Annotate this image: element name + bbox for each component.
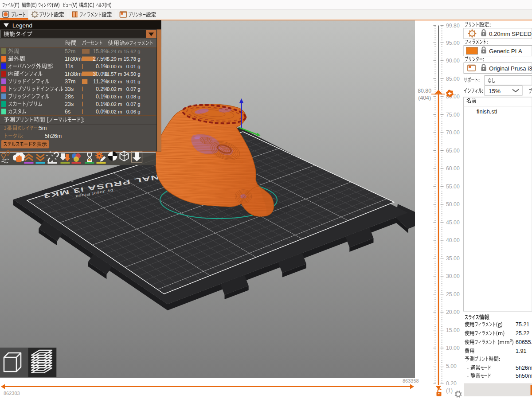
svg-text:15.78 g: 15.78 g: [123, 56, 140, 62]
svg-text:(404): (404): [418, 95, 431, 101]
svg-text:0.07 g: 0.07 g: [126, 102, 141, 107]
svg-text:0.02 m: 0.02 m: [107, 109, 122, 114]
svg-text:25.22: 25.22: [516, 330, 529, 336]
svg-text:0.20: 0.20: [446, 380, 457, 387]
svg-text:45.00: 45.00: [446, 219, 460, 226]
svg-text:25.00: 25.00: [446, 291, 460, 297]
svg-text:finish.stl: finish.stl: [477, 108, 497, 115]
svg-text:95.00: 95.00: [446, 40, 460, 46]
svg-text:Legend: Legend: [12, 22, 32, 29]
svg-text:5h50m: 5h50m: [516, 373, 532, 379]
svg-text:55.00: 55.00: [446, 184, 460, 190]
svg-text:0.03 m: 0.03 m: [107, 94, 122, 99]
svg-text:99.80: 99.80: [446, 23, 460, 29]
svg-text:1h38m: 1h38m: [65, 71, 82, 77]
svg-text:15.62 g: 15.62 g: [123, 49, 140, 54]
svg-text:70.00: 70.00: [446, 129, 460, 136]
svg-text:0.08 g: 0.08 g: [126, 94, 141, 99]
svg-text:1.91: 1.91: [516, 348, 526, 354]
svg-text:34.50 g: 34.50 g: [123, 71, 140, 77]
svg-text:15.8%: 15.8%: [93, 48, 108, 55]
svg-text:80.80: 80.80: [418, 88, 431, 94]
svg-text:15.00: 15.00: [446, 327, 460, 333]
svg-text:15%: 15%: [489, 88, 501, 94]
svg-text:0.20mm SPEED: 0.20mm SPEED: [489, 31, 532, 37]
svg-text:0.02 m: 0.02 m: [107, 102, 122, 107]
svg-text:5m: 5m: [39, 125, 47, 131]
svg-text:6s: 6s: [65, 109, 70, 115]
svg-text:20.00: 20.00: [446, 309, 460, 315]
svg-text:37m: 37m: [65, 78, 75, 85]
svg-text:3.02 m: 3.02 m: [107, 79, 122, 84]
svg-text:5.29 m: 5.29 m: [107, 56, 122, 62]
svg-text:(1): (1): [446, 387, 453, 394]
svg-text:50.00: 50.00: [446, 201, 460, 207]
svg-text:11.2%: 11.2%: [93, 78, 108, 85]
svg-text:11.57 m: 11.57 m: [104, 71, 122, 77]
svg-text:0.06 g: 0.06 g: [126, 109, 141, 114]
svg-text:60655.5: 60655.5: [516, 339, 532, 345]
svg-text:75.00: 75.00: [446, 112, 460, 118]
svg-text:0.00 m: 0.00 m: [107, 64, 122, 69]
svg-text:1h30m: 1h30m: [65, 56, 82, 62]
svg-text:Generic PLA: Generic PLA: [489, 48, 522, 55]
svg-text:27.5%: 27.5%: [93, 56, 108, 62]
svg-text:65.00: 65.00: [446, 148, 460, 154]
svg-text:75.21: 75.21: [516, 321, 529, 328]
svg-text:0.01 g: 0.01 g: [126, 64, 141, 69]
svg-text:52m: 52m: [65, 48, 75, 55]
svg-text:10.00: 10.00: [446, 345, 460, 351]
svg-text:60.00: 60.00: [446, 165, 460, 172]
svg-text:5.00: 5.00: [446, 363, 457, 369]
svg-text:9.01 g: 9.01 g: [126, 79, 141, 84]
svg-text:40.00: 40.00: [446, 237, 460, 243]
svg-text:0.02 m: 0.02 m: [107, 86, 122, 92]
svg-text:0.07 g: 0.07 g: [126, 86, 141, 92]
svg-text:11s: 11s: [65, 63, 73, 70]
svg-text:862303: 862303: [4, 391, 20, 396]
svg-text:863358: 863358: [403, 378, 419, 383]
svg-text:5h26m: 5h26m: [516, 365, 532, 371]
svg-text:23s: 23s: [65, 101, 74, 107]
svg-text:33s: 33s: [65, 86, 74, 92]
svg-text:5h26m: 5h26m: [45, 133, 62, 139]
svg-text:5.24 m: 5.24 m: [107, 49, 122, 54]
svg-text:28s: 28s: [65, 94, 74, 100]
svg-text:30.00: 30.00: [446, 273, 460, 279]
svg-text:90.00: 90.00: [446, 58, 460, 64]
svg-text:85.00: 85.00: [446, 76, 460, 82]
svg-text:35.00: 35.00: [446, 255, 460, 262]
svg-text:Original Prusa i3 MK3: Original Prusa i3 MK3: [489, 65, 532, 72]
